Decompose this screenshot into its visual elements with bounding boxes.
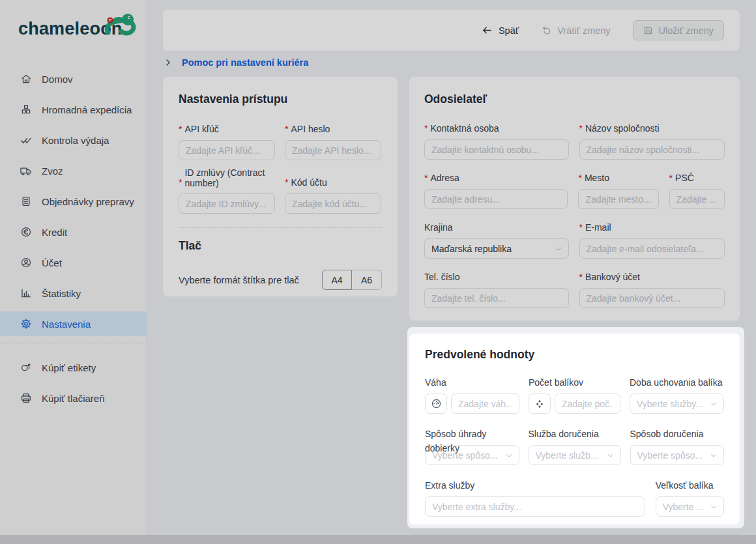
contract-id-input[interactable]	[179, 193, 275, 214]
help-link-label: Pomoc pri nastavení kuriéra	[182, 57, 308, 68]
labels-icon	[20, 362, 32, 374]
account-code-label: * Kód účtu	[285, 177, 381, 188]
parcel-size-select-placeholder: Vyberte ...	[663, 502, 704, 512]
address-label: * Adresa	[424, 173, 568, 184]
retention-select[interactable]: Vyberte služby...	[630, 394, 724, 414]
retention-select-placeholder: Vyberte služby...	[637, 399, 703, 409]
parcel-size-label: Veľkosť balíka	[656, 478, 724, 493]
sidebar-item-kupit-tlaciaren[interactable]: Kúpiť tlačiareň	[0, 386, 147, 410]
parcels-icon	[529, 394, 551, 414]
gear-icon	[20, 318, 32, 330]
delivery-service-select[interactable]: Vyberte službu...	[529, 445, 621, 465]
sender-title: Odosielateľ	[424, 93, 725, 106]
retention-label: Doba uchovania balíka	[630, 375, 724, 390]
sidebar-item-label: Domov	[42, 74, 73, 85]
delivery-service-label: Služba doručenia	[529, 427, 621, 441]
format-a6-button[interactable]: A6	[352, 270, 382, 290]
email-input[interactable]	[579, 238, 725, 259]
address-input[interactable]	[424, 189, 568, 209]
country-select-value: Maďarská republika	[431, 244, 512, 254]
city-input[interactable]	[578, 189, 658, 209]
gauge-icon	[425, 394, 447, 414]
api-password-input[interactable]	[285, 140, 381, 160]
sidebar-item-label: Kúpiť etikety	[42, 362, 96, 373]
courier-setup-help-link[interactable]: Pomoc pri nastavení kuriéra	[164, 57, 308, 68]
sidebar-item-nastavenia[interactable]: Nastavenia	[0, 311, 147, 336]
chevron-down-icon	[710, 451, 718, 459]
required-asterisk: *	[285, 124, 288, 135]
brand-logo: chameleoon	[18, 13, 136, 44]
save-changes-button[interactable]: Uložiť zmeny	[633, 20, 724, 40]
chevron-down-icon	[505, 451, 513, 459]
sidebar-item-label: Kredit	[42, 227, 67, 238]
extra-services-select[interactable]: Vyberte extra služby...	[425, 496, 645, 517]
required-asterisk: *	[179, 177, 182, 188]
chameleon-icon	[99, 9, 137, 36]
delivery-method-label: Spôsob doručenia	[630, 427, 725, 441]
arrow-left-icon	[482, 25, 493, 36]
sidebar-item-kontrola-vydaja[interactable]: Kontrola výdaja	[0, 128, 147, 152]
delivery-service-select-placeholder: Vyberte službu...	[536, 450, 603, 461]
country-select[interactable]: Maďarská republika	[424, 238, 569, 259]
access-settings-title: Nastavenia prístupu	[179, 93, 382, 106]
sidebar-item-label: Kúpiť tlačiareň	[42, 393, 105, 404]
undo-changes-button[interactable]: Vrátiť zmeny	[541, 25, 610, 36]
sidebar-item-domov[interactable]: Domov	[0, 66, 147, 91]
print-section-title: Tlač	[179, 239, 382, 253]
sidebar-item-objednavky-prepravy[interactable]: Objednávky prepravy	[0, 189, 147, 214]
required-asterisk: *	[579, 123, 583, 134]
weight-input[interactable]	[451, 394, 519, 414]
save-changes-label: Uložiť zmeny	[659, 25, 714, 36]
zip-label: * PSČ	[669, 173, 725, 184]
parcel-size-select[interactable]: Vyberte ...	[656, 496, 724, 517]
contact-person-label: * Kontaktná osoba	[424, 123, 569, 134]
save-icon	[643, 25, 653, 35]
required-asterisk: *	[579, 272, 583, 283]
undo-changes-label: Vrátiť zmeny	[557, 25, 610, 36]
sidebar-item-label: Kontrola výdaja	[42, 135, 109, 146]
access-settings-card: Nastavenia prístupu * API kľúč * API hes…	[163, 77, 398, 296]
back-button[interactable]: Späť	[482, 25, 519, 36]
sidebar-item-ucet[interactable]: Účet	[0, 250, 147, 275]
phone-label: Tel. číslo	[424, 272, 569, 283]
sidebar-item-label: Nastavenia	[42, 319, 91, 330]
required-asterisk: *	[578, 173, 581, 184]
sidebar-item-zvoz[interactable]: Zvoz	[0, 158, 147, 183]
sidebar-item-label: Objednávky prepravy	[42, 196, 134, 207]
sidebar-divider	[0, 343, 147, 343]
contract-id-label: * ID zmlúvy (Contract number)	[179, 167, 275, 188]
parcel-count-input[interactable]	[555, 394, 620, 414]
bank-account-label: * Bankový účet	[579, 272, 725, 283]
required-asterisk: *	[669, 173, 673, 184]
delivery-method-select[interactable]: Vyberte spôso...	[630, 445, 725, 465]
sidebar: chameleoon Domov	[0, 0, 147, 535]
boxes-icon	[20, 104, 32, 116]
sidebar-item-statistiky[interactable]: Štatistiky	[0, 281, 147, 306]
user-icon	[20, 257, 32, 269]
format-a4-button[interactable]: A4	[322, 270, 352, 290]
stats-icon	[20, 287, 32, 300]
chevron-down-icon	[607, 451, 615, 459]
sidebar-item-hromadna-expedicia[interactable]: Hromadná expedícia	[0, 97, 147, 122]
chevron-down-icon	[710, 400, 718, 408]
truck-icon	[20, 165, 32, 177]
delivery-method-select-placeholder: Vyberte spôso...	[637, 450, 703, 461]
double-check-icon	[20, 134, 32, 147]
toolbar: Späť Vrátiť zmeny Uložiť zmeny	[163, 10, 740, 51]
sidebar-item-label: Účet	[42, 257, 62, 268]
sidebar-item-kupit-etikety[interactable]: Kúpiť etikety	[0, 355, 147, 380]
sidebar-item-label: Hromadná expedícia	[42, 104, 132, 115]
weight-label: Váha	[425, 375, 519, 390]
phone-input[interactable]	[424, 288, 569, 308]
required-asterisk: *	[424, 173, 428, 184]
default-values-title: Predvolené hodnoty	[425, 348, 724, 362]
zip-input[interactable]	[669, 189, 725, 209]
contact-person-input[interactable]	[424, 139, 569, 160]
bank-account-input[interactable]	[579, 288, 725, 308]
sidebar-item-kredit[interactable]: Kredit	[0, 220, 147, 244]
required-asterisk: *	[179, 124, 182, 135]
company-name-input[interactable]	[579, 139, 725, 160]
back-button-label: Späť	[499, 25, 519, 36]
account-code-input[interactable]	[285, 193, 381, 214]
api-key-input[interactable]	[179, 140, 275, 160]
